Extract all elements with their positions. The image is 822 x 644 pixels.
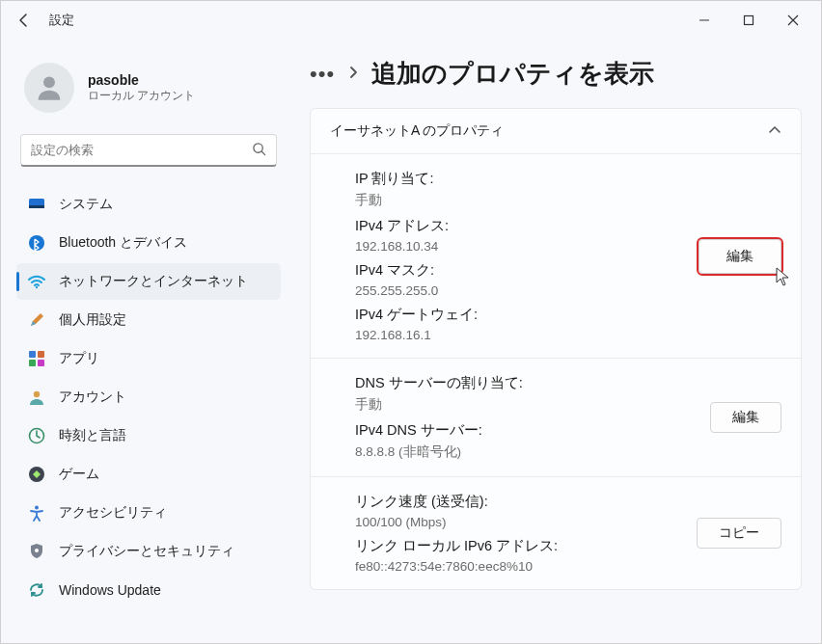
breadcrumb: ••• 追加のプロパティを表示 <box>310 57 802 91</box>
search-icon <box>252 142 266 159</box>
nav-accounts[interactable]: アカウント <box>16 379 281 416</box>
account-icon <box>28 389 45 406</box>
nav-label: プライバシーとセキュリティ <box>59 543 234 560</box>
nav-label: アクセシビリティ <box>59 504 167 522</box>
ip-section: IP 割り当て: 手動 IPv4 アドレス: 192.168.10.34 IPv… <box>311 154 801 359</box>
wifi-icon <box>28 273 45 290</box>
card-header[interactable]: イーサネットA のプロパティ <box>311 109 801 154</box>
link-section: リンク速度 (送受信): 100/100 (Mbps) リンク ローカル IPv… <box>311 477 801 589</box>
nav-system[interactable]: システム <box>16 186 281 223</box>
ip-assign-label: IP 割り当て: <box>355 170 699 188</box>
svg-point-2 <box>254 143 262 151</box>
ipv4-gw-label: IPv4 ゲートウェイ: <box>355 306 699 324</box>
ipv6-local-value: fe80::4273:54e:7860:eec8%10 <box>355 559 697 574</box>
nav-personalization[interactable]: 個人用設定 <box>16 302 281 338</box>
system-icon <box>28 196 45 213</box>
close-button[interactable] <box>771 5 815 36</box>
svg-rect-10 <box>38 360 44 366</box>
page-title: 追加のプロパティを表示 <box>371 57 654 91</box>
nav-accessibility[interactable]: アクセシビリティ <box>16 495 281 531</box>
nav-bluetooth[interactable]: Bluetooth とデバイス <box>16 225 281 261</box>
titlebar: 設定 <box>1 1 821 40</box>
ip-edit-button[interactable]: 編集 <box>699 239 781 274</box>
ipv4-addr-value: 192.168.10.34 <box>355 239 699 254</box>
dns-assign-label: DNS サーバーの割り当て: <box>355 374 710 392</box>
cursor-icon <box>776 267 791 289</box>
section-title: イーサネットA のプロパティ <box>330 122 504 140</box>
nav-network[interactable]: ネットワークとインターネット <box>16 263 281 300</box>
ipv4-dns-value: 8.8.8.8 (非暗号化) <box>355 443 710 461</box>
svg-point-11 <box>34 391 40 397</box>
nav-label: ネットワークとインターネット <box>59 273 248 290</box>
main-panel: ••• 追加のプロパティを表示 イーサネットA のプロパティ IP 割り当て: <box>290 40 821 643</box>
shield-icon <box>28 543 45 560</box>
ipv4-dns-label: IPv4 DNS サーバー: <box>355 421 710 440</box>
chevron-up-icon <box>768 123 781 140</box>
svg-rect-9 <box>29 360 36 366</box>
link-speed-label: リンク速度 (送受信): <box>355 493 697 511</box>
breadcrumb-ellipsis[interactable]: ••• <box>310 62 335 87</box>
window-title: 設定 <box>49 12 74 29</box>
ipv4-addr-label: IPv4 アドレス: <box>355 217 699 235</box>
nav-apps[interactable]: アプリ <box>16 340 281 377</box>
dns-section: DNS サーバーの割り当て: 手動 IPv4 DNS サーバー: 8.8.8.8… <box>311 359 801 477</box>
bluetooth-icon <box>28 234 45 252</box>
settings-window: 設定 pasoble ローカル アカウント <box>0 0 822 644</box>
properties-card: イーサネットA のプロパティ IP 割り当て: 手動 IPv4 アドレス: 19… <box>310 108 802 590</box>
sidebar: pasoble ローカル アカウント システム <box>1 40 290 643</box>
nav-time-language[interactable]: 時刻と言語 <box>16 417 281 454</box>
nav-gaming[interactable]: ゲーム <box>16 456 281 493</box>
minimize-button[interactable] <box>682 5 726 36</box>
ip-assign-value: 手動 <box>355 192 699 209</box>
gaming-icon <box>28 466 45 483</box>
nav-label: 時刻と言語 <box>59 427 126 444</box>
chevron-right-icon <box>346 66 360 82</box>
user-name: pasoble <box>88 72 195 88</box>
apps-icon <box>28 350 45 367</box>
user-sub: ローカル アカウント <box>88 88 195 104</box>
nav-label: 個人用設定 <box>59 311 126 329</box>
nav-label: アプリ <box>59 350 99 367</box>
nav-privacy[interactable]: プライバシーとセキュリティ <box>16 533 281 570</box>
accessibility-icon <box>28 504 45 522</box>
dns-edit-button[interactable]: 編集 <box>710 402 781 433</box>
svg-point-14 <box>35 506 39 510</box>
nav-label: システム <box>59 196 113 213</box>
svg-point-15 <box>35 549 39 552</box>
nav-label: ゲーム <box>59 466 99 483</box>
ipv4-gw-value: 192.168.16.1 <box>355 328 699 342</box>
dns-assign-value: 手動 <box>355 396 710 414</box>
nav-label: アカウント <box>59 389 126 406</box>
svg-rect-8 <box>38 351 44 358</box>
svg-point-6 <box>36 286 38 288</box>
link-speed-value: 100/100 (Mbps) <box>355 515 697 529</box>
nav-windows-update[interactable]: Windows Update <box>16 572 281 608</box>
ipv6-local-label: リンク ローカル IPv6 アドレス: <box>355 537 697 555</box>
ipv4-mask-label: IPv4 マスク: <box>355 261 699 280</box>
user-block[interactable]: pasoble ローカル アカウント <box>16 57 281 134</box>
clock-globe-icon <box>28 427 45 444</box>
ipv4-mask-value: 255.255.255.0 <box>355 283 699 298</box>
svg-point-1 <box>43 76 55 88</box>
search-input[interactable] <box>31 143 252 157</box>
avatar <box>24 63 74 113</box>
svg-rect-7 <box>29 351 36 358</box>
brush-icon <box>28 311 45 329</box>
svg-rect-4 <box>29 205 44 208</box>
copy-button[interactable]: コピー <box>697 518 781 549</box>
nav-list: システム Bluetooth とデバイス ネットワークとインターネット <box>16 186 281 608</box>
back-button[interactable] <box>14 11 34 30</box>
update-icon <box>28 581 45 599</box>
nav-label: Bluetooth とデバイス <box>59 234 187 252</box>
maximize-button[interactable] <box>726 5 771 36</box>
search-box[interactable] <box>20 134 277 167</box>
nav-label: Windows Update <box>59 582 161 598</box>
svg-rect-0 <box>745 16 754 25</box>
